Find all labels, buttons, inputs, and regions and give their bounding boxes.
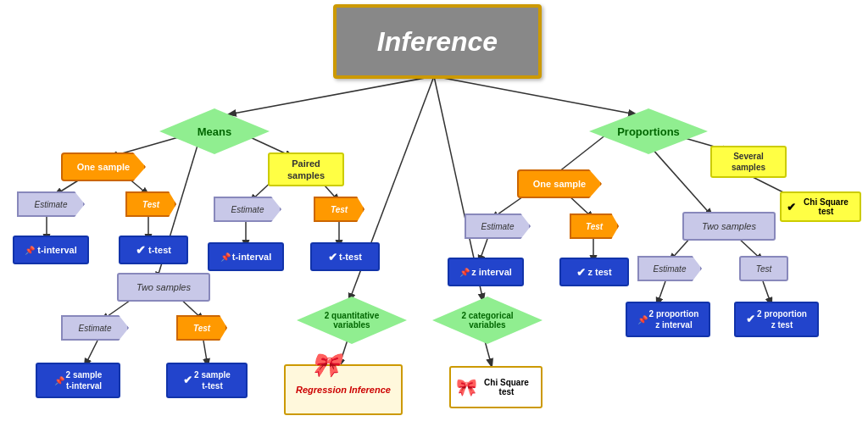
pin-3: 📌 — [54, 375, 64, 386]
regression-inference-label: Regression Inference — [296, 385, 391, 395]
one-sample-left-label: One sample — [77, 162, 130, 172]
two-prop-z-interval-label: 2 proportion z interval — [649, 308, 699, 330]
two-prop-z-test-label: 2 proportion z test — [757, 308, 807, 330]
two-cat-label: 2 categorical variables — [461, 311, 513, 330]
test-2-label: Test — [331, 205, 348, 214]
several-samples-label: Several samples — [732, 151, 765, 173]
t-test-1-label: t-test — [148, 245, 171, 255]
check-chi: ✔ — [787, 201, 796, 213]
check-5: ✔ — [746, 313, 755, 327]
estimate-5-label: Estimate — [654, 264, 687, 274]
z-test: ✔ z test — [559, 258, 629, 286]
t-test-2: ✔ t-test — [310, 242, 380, 271]
test-3-label: Test — [193, 324, 210, 333]
z-interval-label: z interval — [471, 267, 512, 277]
check-1: ✔ — [136, 243, 146, 257]
regression-inference-box: 🎀 Regression Inference — [284, 364, 403, 415]
two-samples-left: Two samples — [117, 273, 210, 302]
svg-line-0 — [229, 76, 434, 114]
check-2: ✔ — [328, 251, 337, 263]
test-4-label: Test — [586, 222, 603, 231]
chi-square-right-label: Chi Square test — [798, 197, 854, 216]
chi-square-right: ✔ Chi Square test — [780, 191, 861, 222]
svg-line-1 — [434, 76, 636, 114]
proportions-label: Proportions — [617, 125, 680, 138]
two-prop-z-interval: 📌 2 proportion z interval — [626, 302, 710, 337]
two-sample-t-test: ✔ 2 sample t-test — [166, 363, 248, 398]
estimate-3-label: Estimate — [79, 324, 112, 333]
t-test-2-label: t-test — [339, 252, 362, 262]
two-samples-left-label: Two samples — [136, 282, 191, 292]
estimate-1: Estimate — [17, 191, 85, 217]
two-samples-right-label: Two samples — [702, 221, 756, 231]
z-interval: 📌 z interval — [448, 258, 524, 286]
two-quant-diamond: 2 quantitative variables — [297, 297, 407, 344]
two-prop-z-test: ✔ 2 proportion z test — [734, 302, 819, 337]
several-samples: Several samples — [710, 146, 787, 178]
check-4: ✔ — [576, 266, 586, 279]
check-3: ✔ — [183, 374, 192, 388]
one-sample-left: One sample — [61, 152, 146, 181]
estimate-2-label: Estimate — [231, 205, 264, 214]
two-cat-diamond: 2 categorical variables — [432, 297, 542, 344]
two-sample-t-interval: 📌 2 sample t-interval — [36, 363, 120, 398]
test-1-label: Test — [142, 200, 159, 209]
title-text: Inference — [377, 26, 498, 58]
paired-samples: Paired samples — [268, 152, 344, 186]
two-quant-label: 2 quantitative variables — [325, 311, 379, 330]
estimate-5: Estimate — [637, 256, 702, 281]
two-sample-t-interval-label: 2 sample t-interval — [66, 369, 103, 391]
t-interval-2: 📌 t-interval — [208, 242, 284, 271]
estimate-4: Estimate — [465, 213, 531, 239]
pin-1: 📌 — [25, 246, 35, 255]
test-1: Test — [125, 191, 176, 217]
paired-samples-label: Paired samples — [287, 158, 325, 182]
pin-5: 📌 — [637, 314, 648, 325]
test-4: Test — [570, 213, 619, 239]
one-sample-right: One sample — [517, 169, 602, 198]
test-2: Test — [314, 197, 364, 222]
test-3: Test — [176, 315, 227, 341]
title-node: Inference — [333, 4, 542, 79]
two-sample-t-test-label: 2 sample t-test — [194, 369, 231, 391]
t-interval-1: 📌 t-interval — [13, 236, 89, 264]
two-samples-right: Two samples — [682, 212, 776, 241]
pin-2: 📌 — [220, 252, 231, 262]
test-5-label: Test — [756, 264, 772, 274]
chi-square-center: 🎀 Chi Square test — [449, 366, 542, 408]
t-interval-2-label: t-interval — [232, 252, 271, 262]
estimate-1-label: Estimate — [35, 200, 68, 209]
estimate-3: Estimate — [61, 315, 129, 341]
t-test-1: ✔ t-test — [119, 236, 188, 264]
means-diamond: Means — [159, 108, 270, 154]
estimate-2: Estimate — [214, 197, 281, 222]
estimate-4-label: Estimate — [481, 222, 515, 231]
pin-4: 📌 — [459, 268, 470, 277]
one-sample-right-label: One sample — [533, 179, 586, 189]
z-test-label: z test — [587, 267, 611, 277]
means-label: Means — [198, 125, 231, 138]
t-interval-1-label: t-interval — [37, 245, 76, 255]
chi-square-center-label: Chi Square test — [477, 378, 536, 396]
proportions-diamond: Proportions — [589, 108, 708, 154]
test-5: Test — [739, 256, 788, 281]
